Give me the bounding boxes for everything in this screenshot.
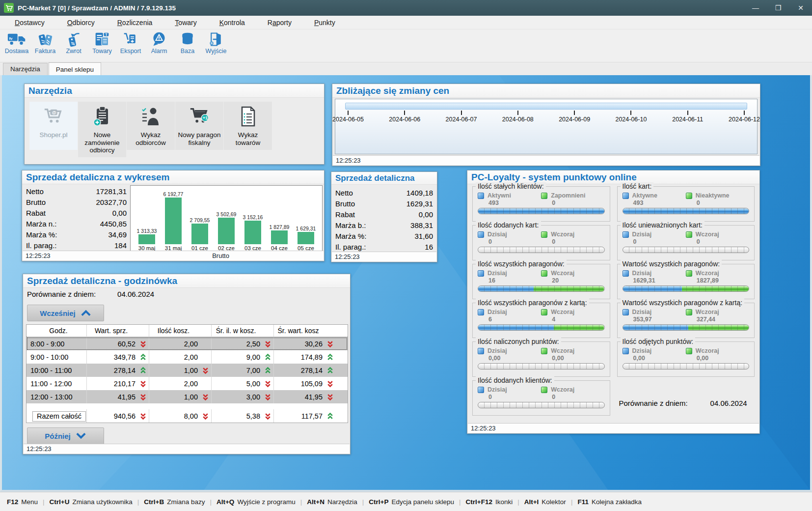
toolbar-button-dostawa[interactable]: fvDostawa bbox=[4, 31, 29, 55]
tool-tile-nowe-zam-wienie-odbiorcy[interactable]: Nowe zamówienie odbiorcy bbox=[78, 102, 126, 157]
value-cell-group: 174,89 bbox=[273, 350, 336, 364]
table-row[interactable]: 12:00 - 13:0041,951,003,0041,95 bbox=[27, 390, 348, 403]
menu-item-punkty[interactable]: Punkty bbox=[311, 17, 338, 28]
legend-name: Dzisiaj bbox=[487, 309, 507, 315]
timeline-tick bbox=[461, 111, 462, 115]
loyalty-progress-bar bbox=[623, 285, 750, 292]
window-titlebar: PC-Market 7 [0] / Sprawdzam / ADMIN / 7.… bbox=[0, 0, 812, 16]
legend-name: Dzisiaj bbox=[632, 231, 652, 238]
minimize-button[interactable]: — bbox=[744, 0, 767, 16]
table-row[interactable]: 10:00 - 11:00278,141,007,00278,14 bbox=[27, 364, 348, 377]
table-row[interactable]: 8:00 - 9:0060,522,002,5030,26 bbox=[27, 337, 348, 350]
tab-strip: NarzędziaPanel sklepu bbox=[0, 62, 812, 75]
trend-up-icon bbox=[327, 413, 333, 420]
menu-item-kontrola[interactable]: Kontrola bbox=[217, 17, 248, 28]
later-button[interactable]: Później bbox=[27, 427, 104, 444]
hourly-sales-panel: Sprzedaż detaliczna - godzinówka Porówna… bbox=[23, 274, 351, 454]
statusbar-shortcut-label: Zmiana użytkownika bbox=[72, 498, 132, 506]
trend-cell bbox=[137, 413, 149, 420]
table-row[interactable]: 9:00 - 10:00349,782,009,00174,89 bbox=[27, 350, 348, 364]
tab-panel-sklepu[interactable]: Panel sklepu bbox=[49, 62, 101, 76]
legend-value: 6 bbox=[478, 316, 541, 323]
earlier-button[interactable]: Wcześniej bbox=[27, 305, 104, 321]
value-cell-group: 2,00 bbox=[149, 377, 211, 390]
legend-value: 4 bbox=[541, 316, 604, 323]
stat-label: Netto bbox=[26, 186, 44, 197]
tool-tile-wykaz-odbiorc-w[interactable]: Wykaz odbiorców bbox=[127, 102, 175, 150]
stat-row-rabat: Rabat0,00 bbox=[335, 209, 433, 220]
tab-narz-dzia[interactable]: Narzędzia bbox=[3, 63, 48, 75]
maximize-button[interactable]: ❒ bbox=[767, 0, 789, 16]
goods-document-icon bbox=[237, 106, 259, 127]
blue-square-icon bbox=[623, 193, 629, 199]
toolbar-button-wyj-cie[interactable]: Wyjście bbox=[203, 31, 229, 55]
tool-tile-wykaz-towar-w[interactable]: Wykaz towarów bbox=[224, 102, 272, 150]
value-cell: 105,09 bbox=[274, 380, 324, 388]
retail-chart-timestamp: 12:25:23 Brutto bbox=[23, 251, 324, 260]
table-gap bbox=[27, 403, 348, 409]
trend-cell bbox=[199, 367, 211, 374]
stat-row-mar-a-n: Marża n.:4450,85 bbox=[26, 219, 127, 229]
legend-value: 0,00 bbox=[541, 355, 604, 362]
stat-label: Netto bbox=[335, 188, 353, 199]
tool-tile-nowy-paragon-fiskalny[interactable]: +1Nowy paragon fiskalny bbox=[175, 102, 223, 150]
toolbar-button-eksport[interactable]: Eksport bbox=[118, 31, 143, 55]
stat-value: 0,00 bbox=[112, 208, 127, 219]
hourly-title: Sprzedaż detaliczna - godzinówka bbox=[23, 274, 350, 288]
svg-text:fv: fv bbox=[9, 36, 13, 41]
trend-down-icon bbox=[140, 394, 146, 400]
toolbar-button-faktura[interactable]: Faktura bbox=[32, 31, 58, 55]
legend-head: Dzisiaj bbox=[623, 270, 686, 277]
chart-bar-column: 3 152,1603 cze bbox=[240, 187, 266, 252]
statusbar-shortcut-key: Alt+I bbox=[524, 498, 539, 506]
trend-cell bbox=[262, 394, 273, 400]
legend-name: Wczoraj bbox=[551, 347, 574, 354]
compare-label: Porównanie z dniem: bbox=[27, 290, 96, 298]
table-row[interactable]: 11:00 - 12:00210,172,005,00105,09 bbox=[27, 377, 348, 390]
timeline-scrollbar-thumb[interactable] bbox=[345, 103, 747, 110]
legend-item-dzisiaj: Dzisiaj0,00 bbox=[623, 347, 686, 362]
price-changes-timeline: 2024-06-052024-06-062024-06-072024-06-08… bbox=[335, 99, 758, 154]
trend-down-icon bbox=[265, 413, 271, 420]
trend-cell bbox=[199, 394, 211, 400]
price-changes-title: Zbliżające się zmiany cen bbox=[332, 84, 760, 98]
stat-value: 20327,70 bbox=[96, 197, 127, 208]
chart-bar-column: 1 827,8904 cze bbox=[266, 187, 293, 252]
legend-item-nieaktywne: Nieaktywne0 bbox=[686, 192, 749, 206]
value-cell: 30,26 bbox=[274, 340, 324, 348]
toolbar-button-zwrot[interactable]: Zwrot bbox=[61, 31, 86, 55]
menu-item-dostawcy[interactable]: Dostawcy bbox=[12, 17, 48, 28]
menu-bar: DostawcyOdbiorcyRozliczeniaTowaryKontrol… bbox=[0, 16, 812, 29]
legend-item-wczoraj: Wczoraj0,00 bbox=[686, 347, 749, 362]
value-cell: 1,00 bbox=[149, 367, 199, 374]
toolbar-button-label: Towary bbox=[92, 48, 112, 55]
menu-item-odbiorcy[interactable]: Odbiorcy bbox=[64, 17, 98, 28]
trend-cell bbox=[324, 341, 336, 347]
menu-item-towary[interactable]: Towary bbox=[172, 17, 199, 28]
value-cell-group: 3,00 bbox=[211, 390, 273, 403]
column-header-label: Ilość kosz. bbox=[149, 327, 199, 335]
loyalty-progress-bar bbox=[478, 402, 605, 408]
total-row[interactable]: Razem całość940,568,005,38117,57 bbox=[27, 409, 348, 423]
menu-item-rozliczenia[interactable]: Rozliczenia bbox=[114, 17, 156, 28]
trend-down-icon bbox=[265, 380, 271, 387]
close-button[interactable]: ✕ bbox=[789, 0, 812, 16]
toolbar-button-alarm[interactable]: Alarm bbox=[146, 31, 172, 55]
trend-down-icon bbox=[265, 394, 271, 400]
menu-item-raporty[interactable]: Raporty bbox=[265, 17, 295, 28]
tool-tile-shoper-pl[interactable]: @Shoper.pl bbox=[29, 102, 78, 150]
value-cell: 2,00 bbox=[149, 340, 199, 348]
timeline-date-label: 2024-06-12 bbox=[729, 116, 760, 123]
legend-item-wczoraj: Wczoraj0 bbox=[541, 386, 604, 400]
chart-bar-value-label: 3 502,69 bbox=[217, 211, 237, 217]
toolbar-button-towary[interactable]: TTowary bbox=[89, 31, 115, 55]
timeline-tick bbox=[630, 111, 631, 115]
legend-name: Dzisiaj bbox=[632, 270, 652, 277]
value-cell-group: 278,14 bbox=[86, 364, 149, 377]
retail-bar-chart: 1 313,3330 maj6 192,7731 maj2 709,5501 c… bbox=[130, 185, 323, 253]
stat-label: Marża b.: bbox=[335, 220, 366, 231]
green-square-icon bbox=[541, 348, 547, 354]
toolbar-button-baza[interactable]: Baza bbox=[175, 31, 200, 55]
blue-square-icon bbox=[478, 309, 484, 315]
chart-series-label: Brutto bbox=[212, 252, 229, 259]
